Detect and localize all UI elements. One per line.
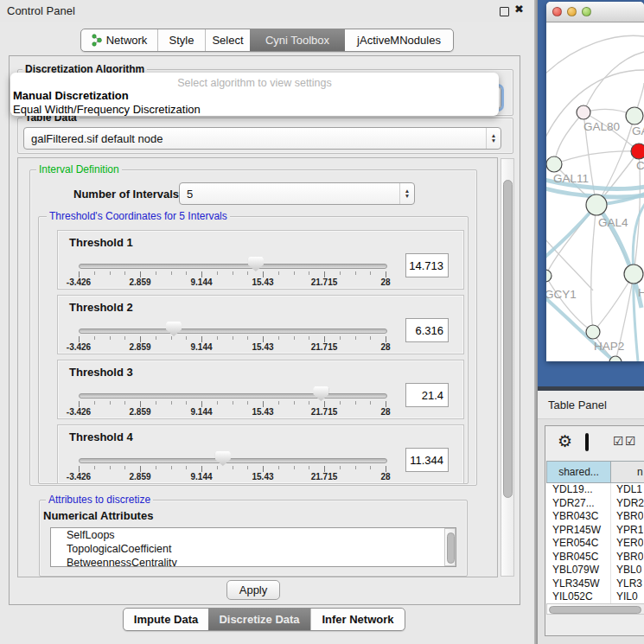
network-edge[interactable] [583, 52, 644, 112]
numerical-attribute-item[interactable]: TopologicalCoefficient [51, 542, 456, 556]
slider-thumb[interactable] [215, 451, 231, 466]
split-columns-icon[interactable] [585, 433, 589, 451]
slider-tick [370, 271, 371, 275]
minimize-traffic-light-icon[interactable] [567, 7, 577, 16]
slider-thumb[interactable] [313, 386, 328, 401]
close-traffic-light-icon[interactable] [552, 7, 562, 16]
number-of-intervals-combobox[interactable]: 5 ▲▼ [179, 182, 415, 205]
slider-scale-label: 21.715 [298, 277, 350, 287]
listbox-scrollbar-thumb[interactable] [447, 532, 455, 564]
tab-infer-network[interactable]: Infer Network [310, 609, 405, 630]
network-edge[interactable] [546, 35, 644, 74]
threshold-panel: Threshold 3-3.4262.8599.14415.4321.71528 [57, 360, 464, 419]
slider-tick [386, 336, 386, 342]
table-row[interactable]: YPR145WYPR1 [546, 524, 644, 538]
network-node-GAL80[interactable] [577, 105, 590, 119]
network-node-GCY1[interactable] [546, 270, 552, 282]
network-window-titlebar[interactable] [546, 2, 644, 22]
table-row[interactable]: YBL079WYBL0 [546, 564, 644, 577]
network-edge[interactable] [554, 151, 639, 164]
slider-track[interactable] [79, 264, 387, 269]
table-row[interactable]: YBR045CYBR0 [546, 551, 644, 564]
attributes-group-title: Attributes to discretize [46, 494, 153, 506]
network-edge[interactable] [546, 239, 593, 290]
algorithm-dropdown-popup: Select algorithm to view settings Manual… [10, 73, 499, 116]
float-window-icon[interactable] [500, 7, 509, 16]
network-view-window: GAL80GACGAL11GAL4GCY1HHAP2 [546, 2, 644, 361]
network-node-GAL11[interactable] [546, 156, 562, 172]
network-node-HAP2[interactable] [586, 325, 600, 339]
combo-stepper-icon[interactable]: ▲▼ [399, 183, 414, 204]
table-row[interactable]: YIL052CYIL0 [546, 590, 644, 603]
network-node-node-red[interactable] [631, 143, 644, 159]
slider-scale-label: 2.859 [114, 407, 166, 417]
cell-shared-name: YBR045C [546, 551, 611, 564]
tab-select[interactable]: Select [205, 29, 250, 51]
slider-thumb[interactable] [248, 257, 264, 271]
network-node-GAL4[interactable] [586, 194, 607, 215]
table-row[interactable]: YDL19...YDL1 [546, 483, 644, 497]
slider-tick [278, 271, 279, 275]
network-canvas[interactable]: GAL80GACGAL11GAL4GCY1HHAP2 [546, 22, 644, 361]
dropdown-option-manual[interactable]: Manual Discretization [10, 89, 499, 103]
slider-track[interactable] [79, 393, 387, 399]
network-edge-highlighted[interactable] [546, 205, 596, 258]
slider-track[interactable] [79, 328, 387, 334]
table-row[interactable]: YDR27...YDR2 [546, 497, 644, 511]
slider-tick [140, 466, 141, 472]
panel-title: Control Panel [7, 4, 75, 17]
network-node-H-node[interactable] [624, 265, 643, 284]
numerical-attribute-item[interactable]: BetweennessCentrality [51, 556, 456, 567]
column-header-name[interactable]: n [611, 461, 644, 483]
slider-tick [355, 271, 356, 275]
slider-thumb[interactable] [166, 322, 182, 336]
top-tab-bar: Network Style Select Cyni Toolbox jActiv… [80, 29, 454, 52]
combo-stepper-icon[interactable]: ▲▼ [486, 128, 501, 149]
network-node-node-top[interactable] [626, 107, 643, 124]
cell-shared-name: YIL052C [546, 590, 611, 603]
slider-scale-label: 2.859 [114, 342, 166, 352]
zoom-traffic-light-icon[interactable] [582, 7, 591, 16]
node-table-widget: ⚙ ☑ ☑ shared... n YDL19...YDL1YDR27...YD… [545, 425, 644, 636]
tab-jactivemnodules[interactable]: jActiveMNodules [345, 29, 453, 51]
threshold-value-input[interactable] [405, 253, 449, 277]
listbox-scrollbar[interactable] [444, 528, 456, 566]
tab-impute-data[interactable]: Impute Data [124, 609, 208, 630]
tab-discretize-data[interactable]: Discretize Data [208, 609, 310, 630]
numerical-attribute-item[interactable]: SelfLoops [51, 528, 456, 542]
panel-scrollbar-thumb[interactable] [503, 180, 513, 498]
table-data-combo-value: galFiltered.sif default node [31, 132, 163, 145]
apply-button[interactable]: Apply [226, 580, 280, 600]
tab-cyni-toolbox[interactable]: Cyni Toolbox [250, 29, 345, 51]
dropdown-option-equal-width[interactable]: Equal Width/Frequency Discretization [10, 103, 499, 117]
slider-tick [309, 466, 309, 469]
slider-track[interactable] [79, 458, 387, 463]
select-all-checkbox-icon[interactable]: ☑ [625, 434, 636, 448]
tab-network[interactable]: Network [81, 29, 157, 51]
slider-tick [171, 466, 172, 469]
threshold-value-input[interactable] [405, 318, 449, 342]
slider-scale-label: -3.426 [53, 342, 105, 352]
table-row[interactable]: YLR345WYLR3 [546, 577, 644, 591]
panel-scrollbar[interactable] [501, 158, 514, 577]
network-edge[interactable] [593, 274, 634, 332]
network-edge[interactable] [591, 205, 596, 332]
network-node-label: GCY1 [546, 288, 577, 301]
table-h-scrollbar-thumb[interactable] [549, 606, 641, 614]
threshold-value-input[interactable] [405, 448, 449, 472]
select-columns-icon[interactable]: ☑ [613, 434, 624, 448]
close-icon[interactable]: ✖ [514, 3, 524, 16]
slider-scale-label: 21.715 [298, 472, 350, 481]
column-header-shared-name[interactable]: shared... [546, 461, 611, 483]
slider-scale-label: 9.144 [175, 342, 227, 352]
tab-style[interactable]: Style [157, 29, 205, 51]
table-data-combobox[interactable]: galFiltered.sif default node ▲▼ [23, 127, 501, 150]
gear-icon[interactable]: ⚙ [558, 431, 572, 451]
table-row[interactable]: YBR043CYBR0 [546, 510, 644, 524]
threshold-value-input[interactable] [405, 383, 449, 407]
numerical-attributes-listbox[interactable]: SelfLoopsTopologicalCoefficientBetweenne… [50, 527, 456, 567]
table-row[interactable]: YER054CYER0 [546, 537, 644, 551]
table-h-scrollbar[interactable] [546, 603, 644, 615]
numerical-attributes-label: Numerical Attributes [43, 509, 153, 522]
control-panel-titlebar: Control Panel ✖ [0, 0, 535, 22]
